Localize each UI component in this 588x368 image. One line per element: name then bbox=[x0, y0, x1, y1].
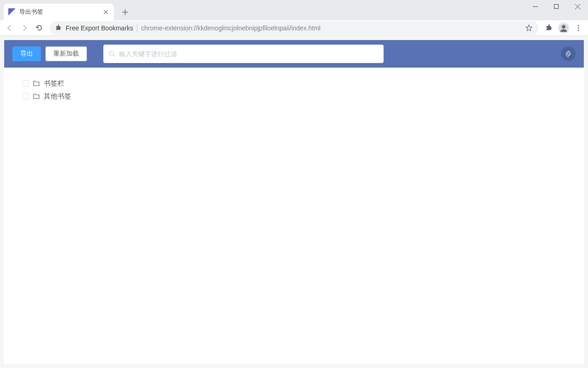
export-button[interactable]: 导出 bbox=[12, 46, 41, 61]
svg-rect-1 bbox=[554, 5, 559, 9]
extensions-button[interactable] bbox=[542, 21, 556, 35]
profile-button[interactable] bbox=[557, 21, 571, 35]
tab-close-button[interactable] bbox=[102, 8, 109, 16]
tabstrip: 导出书签 bbox=[0, 0, 588, 20]
reload-button[interactable] bbox=[32, 21, 46, 35]
tree-item[interactable]: 其他书签 bbox=[23, 90, 565, 103]
gear-icon bbox=[565, 50, 572, 58]
svg-point-9 bbox=[562, 25, 565, 28]
app-root: 导出 重新加载 bbox=[4, 40, 584, 364]
tree-item[interactable]: 书签栏 bbox=[23, 77, 565, 90]
content-area: 导出 重新加载 bbox=[0, 36, 588, 368]
app-header: 导出 重新加载 bbox=[4, 40, 584, 68]
svg-point-11 bbox=[578, 27, 579, 29]
new-tab-button[interactable] bbox=[119, 6, 131, 18]
toolbar: Free Export Bookmarks chrome-extension:/… bbox=[0, 20, 588, 36]
extension-icon bbox=[55, 24, 62, 31]
folder-icon bbox=[33, 80, 40, 87]
svg-line-14 bbox=[113, 55, 115, 57]
address-extension-chip: Free Export Bookmarks bbox=[55, 24, 133, 32]
window-maximize-button[interactable] bbox=[546, 0, 567, 13]
window-controls bbox=[525, 0, 588, 13]
window-close-button[interactable] bbox=[567, 0, 588, 13]
tree-item-label: 其他书签 bbox=[44, 92, 71, 101]
svg-point-13 bbox=[110, 52, 114, 56]
reload-data-button[interactable]: 重新加载 bbox=[45, 46, 87, 61]
menu-button[interactable] bbox=[571, 21, 585, 35]
filter-search[interactable] bbox=[103, 45, 384, 63]
folder-icon bbox=[33, 92, 40, 100]
tab-title: 导出书签 bbox=[19, 8, 98, 16]
star-icon[interactable] bbox=[525, 24, 533, 32]
browser-tab[interactable]: 导出书签 bbox=[4, 4, 114, 20]
address-bar[interactable]: Free Export Bookmarks chrome-extension:/… bbox=[50, 21, 538, 35]
tree-item-label: 书签栏 bbox=[44, 79, 64, 88]
settings-button[interactable] bbox=[561, 46, 576, 61]
search-icon bbox=[109, 51, 115, 57]
reload-data-button-label: 重新加载 bbox=[53, 50, 79, 58]
checkbox[interactable] bbox=[23, 93, 29, 99]
checkbox[interactable] bbox=[23, 80, 29, 86]
svg-point-12 bbox=[578, 29, 579, 31]
tab-favicon bbox=[8, 8, 16, 16]
svg-point-10 bbox=[578, 25, 579, 26]
back-button[interactable] bbox=[3, 21, 17, 35]
address-extension-name: Free Export Bookmarks bbox=[66, 24, 133, 32]
filter-input[interactable] bbox=[119, 50, 378, 58]
address-url: chrome-extension://kkdenoglmcjolnebnipjp… bbox=[141, 24, 321, 32]
forward-button[interactable] bbox=[17, 21, 31, 35]
window-minimize-button[interactable] bbox=[525, 0, 546, 13]
export-button-label: 导出 bbox=[20, 50, 33, 58]
bookmark-tree: 书签栏 其他书签 bbox=[4, 68, 584, 112]
address-separator bbox=[137, 24, 137, 32]
